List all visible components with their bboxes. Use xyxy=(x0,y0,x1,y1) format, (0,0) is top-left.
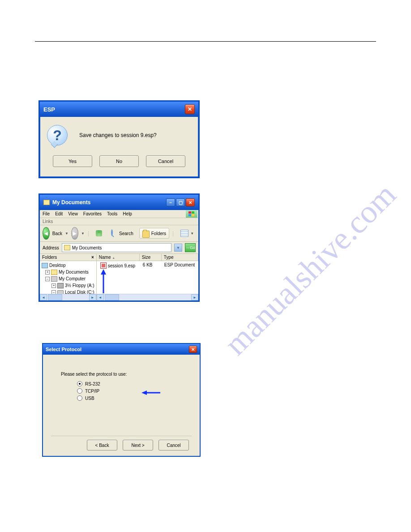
tree-desktop[interactable]: Desktop xyxy=(42,262,94,269)
views-button[interactable]: ▼ xyxy=(177,228,197,239)
scroll-right-icon[interactable]: ► xyxy=(89,294,96,300)
links-bar: Links xyxy=(40,218,198,225)
expand-icon[interactable]: + xyxy=(51,283,56,288)
col-type[interactable]: Type xyxy=(162,254,198,261)
collapse-icon[interactable]: – xyxy=(45,277,50,281)
svg-rect-1 xyxy=(192,211,194,214)
tree-floppy[interactable]: +3½ Floppy (A:) xyxy=(42,282,94,289)
svg-rect-0 xyxy=(188,211,191,214)
desktop-icon xyxy=(42,263,48,268)
radio-usb[interactable]: USB xyxy=(77,395,182,401)
menu-tools[interactable]: Tools xyxy=(107,211,117,216)
up-button[interactable] xyxy=(93,228,105,239)
floppy-icon xyxy=(57,283,64,288)
cancel-button[interactable]: Cancel xyxy=(158,440,189,450)
search-icon xyxy=(111,230,117,236)
tree-label: Desktop xyxy=(49,262,66,269)
folders-scrollbar[interactable]: ◄ ► xyxy=(40,294,96,300)
menu-edit[interactable]: Edit xyxy=(55,211,63,216)
menu-view[interactable]: View xyxy=(68,211,78,216)
menu-help[interactable]: Help xyxy=(123,211,132,216)
dialog-message: Save changes to session 9.esp? xyxy=(79,132,157,138)
scroll-thumb[interactable] xyxy=(105,294,119,300)
back-button[interactable]: < Back xyxy=(87,440,117,450)
close-button[interactable]: ✕ xyxy=(186,198,195,206)
address-label: Address xyxy=(43,245,59,250)
search-label: Search xyxy=(119,231,133,236)
tree-localc[interactable]: –Local Disk (C:) xyxy=(42,289,94,294)
folders-label: Folders xyxy=(151,231,166,236)
list-scrollbar[interactable]: ◄ ► xyxy=(97,294,198,300)
col-size[interactable]: Size xyxy=(140,254,162,261)
forward-button[interactable]: ► xyxy=(71,227,78,240)
yes-button[interactable]: Yes xyxy=(53,155,92,167)
go-button[interactable]: → Go xyxy=(185,243,196,252)
address-value: My Documents xyxy=(72,245,102,250)
folders-button[interactable]: Folders xyxy=(139,228,169,239)
chevron-down-icon: ▼ xyxy=(176,246,180,250)
collapse-icon[interactable]: – xyxy=(51,290,56,294)
scroll-thumb[interactable] xyxy=(48,294,62,300)
folder-icon xyxy=(64,245,70,250)
folder-icon xyxy=(142,231,150,238)
close-button[interactable]: ✕ xyxy=(189,346,197,353)
tree-label: My Documents xyxy=(59,269,89,275)
select-protocol-dialog: Select Protocol ✕ Please select the prot… xyxy=(42,343,201,457)
search-button[interactable]: Search xyxy=(108,228,137,239)
minimize-button[interactable]: – xyxy=(166,198,175,206)
address-bar: Address My Documents ▼ → Go xyxy=(40,242,198,254)
file-row[interactable]: session 9.esp 6 KB ESP Document xyxy=(98,262,197,269)
tree-label: Local Disk (C:) xyxy=(65,289,94,294)
svg-marker-7 xyxy=(141,390,147,395)
sort-asc-icon: ▲ xyxy=(112,256,115,259)
title-text: Select Protocol xyxy=(46,347,81,352)
radio-tcpip[interactable]: TCP/IP xyxy=(77,388,182,394)
menu-file[interactable]: File xyxy=(43,211,50,216)
scroll-left-icon[interactable]: ◄ xyxy=(40,294,47,300)
cancel-button[interactable]: Cancel xyxy=(146,155,185,167)
close-icon: ✕ xyxy=(188,106,192,112)
back-dropdown-icon[interactable]: ▼ xyxy=(65,232,68,236)
esp-save-dialog: ESP ✕ ? Save changes to session 9.esp? Y… xyxy=(39,100,200,178)
scroll-right-icon[interactable]: ► xyxy=(191,294,198,300)
question-icon: ? xyxy=(47,125,68,146)
go-arrow-icon: → xyxy=(185,245,189,250)
expand-icon[interactable]: + xyxy=(45,270,50,275)
folders-close-icon[interactable]: × xyxy=(91,255,94,260)
col-name[interactable]: Name ▲ xyxy=(97,254,140,261)
explorer-window: My Documents – ▢ ✕ File Edit View Favori… xyxy=(39,193,200,302)
col-label: Name xyxy=(99,255,111,260)
no-button[interactable]: No xyxy=(99,155,139,167)
radio-label: USB xyxy=(85,396,94,401)
forward-dropdown-icon[interactable]: ▼ xyxy=(81,232,85,236)
titlebar[interactable]: ESP ✕ xyxy=(40,102,198,117)
address-dropdown-button[interactable]: ▼ xyxy=(174,244,182,252)
back-button[interactable]: ◄ xyxy=(43,227,50,240)
annotation-arrow-icon xyxy=(141,390,161,396)
folders-header: Folders xyxy=(42,255,57,260)
folder-icon xyxy=(43,200,50,205)
title-text: ESP xyxy=(43,106,55,113)
annotation-arrow-icon xyxy=(99,269,107,294)
tree-mydocs[interactable]: +My Documents xyxy=(42,269,94,275)
tree-label: My Computer xyxy=(59,275,86,282)
close-icon: ✕ xyxy=(191,347,195,352)
close-button[interactable]: ✕ xyxy=(185,104,195,114)
file-type: ESP Document xyxy=(162,262,197,269)
titlebar[interactable]: Select Protocol ✕ xyxy=(43,344,200,355)
radio-label: TCP/IP xyxy=(85,389,99,394)
address-input[interactable]: My Documents xyxy=(62,243,171,252)
radio-rs232[interactable]: RS-232 xyxy=(77,381,182,386)
computer-icon xyxy=(51,276,57,282)
back-label[interactable]: Back xyxy=(52,231,62,236)
menu-favorites[interactable]: Favorites xyxy=(83,211,102,216)
hdd-icon xyxy=(57,290,64,294)
tree-mycomp[interactable]: –My Computer xyxy=(42,275,94,282)
radio-icon xyxy=(77,388,82,394)
scroll-left-icon[interactable]: ◄ xyxy=(97,294,104,300)
file-list-pane: Name ▲ Size Type session 9.esp 6 KB ESP … xyxy=(97,254,198,300)
go-label: Go xyxy=(190,245,195,250)
maximize-button[interactable]: ▢ xyxy=(176,198,185,206)
next-button[interactable]: Next > xyxy=(123,440,153,450)
titlebar[interactable]: My Documents – ▢ ✕ xyxy=(40,195,198,210)
